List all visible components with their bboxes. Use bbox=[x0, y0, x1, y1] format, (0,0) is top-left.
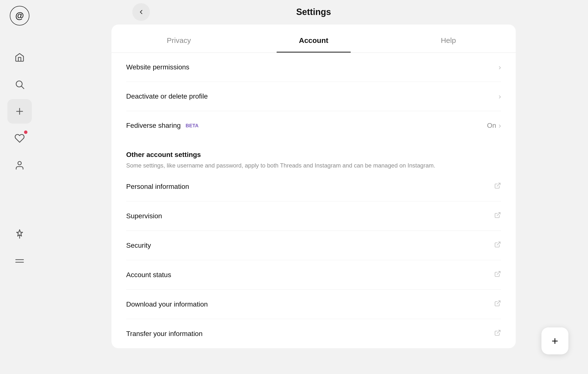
account-settings-list: Website permissions › Deactivate or dele… bbox=[111, 53, 516, 140]
settings-row-website-permissions[interactable]: Website permissions › bbox=[126, 53, 501, 82]
sidebar-item-pinned[interactable] bbox=[7, 222, 32, 246]
tab-account[interactable]: Account bbox=[246, 25, 381, 52]
svg-line-10 bbox=[497, 242, 500, 245]
tab-help[interactable]: Help bbox=[381, 25, 516, 52]
external-link-icon-supervision bbox=[494, 212, 501, 220]
settings-row-personal-info[interactable]: Personal information bbox=[126, 172, 501, 201]
search-icon bbox=[14, 79, 25, 90]
chevron-right-icon-3: › bbox=[499, 121, 501, 130]
home-icon bbox=[14, 52, 25, 63]
external-link-icon-security bbox=[494, 241, 501, 250]
app-logo[interactable]: @ bbox=[10, 6, 29, 26]
external-link-icon-download bbox=[494, 300, 501, 309]
website-permissions-label: Website permissions bbox=[126, 63, 189, 71]
sidebar-item-search[interactable] bbox=[7, 72, 32, 97]
other-account-section-header: Other account settings Some settings, li… bbox=[111, 140, 516, 172]
svg-line-9 bbox=[497, 213, 500, 216]
back-button[interactable] bbox=[132, 3, 150, 21]
sidebar-nav bbox=[0, 45, 39, 273]
settings-tabs: Privacy Account Help bbox=[111, 25, 516, 53]
other-account-list: Personal information Supervision bbox=[111, 172, 516, 348]
personal-info-label: Personal information bbox=[126, 183, 189, 191]
external-link-icon-personal bbox=[494, 182, 501, 191]
notification-dot bbox=[24, 130, 27, 134]
page-title: Settings bbox=[296, 7, 331, 17]
sidebar-item-menu[interactable] bbox=[7, 249, 32, 273]
settings-row-supervision[interactable]: Supervision bbox=[126, 201, 501, 231]
main-content: Settings Privacy Account Help Website pe… bbox=[39, 0, 588, 374]
svg-line-1 bbox=[22, 86, 24, 89]
supervision-label: Supervision bbox=[126, 212, 162, 220]
settings-row-account-status[interactable]: Account status bbox=[126, 260, 501, 290]
external-link-icon-account-status bbox=[494, 271, 501, 279]
settings-card: Privacy Account Help Website permissions… bbox=[111, 25, 516, 348]
settings-row-deactivate[interactable]: Deactivate or delete profile › bbox=[126, 82, 501, 111]
settings-row-security[interactable]: Security bbox=[126, 231, 501, 260]
transfer-info-label: Transfer your information bbox=[126, 330, 203, 338]
security-label: Security bbox=[126, 242, 151, 249]
svg-line-11 bbox=[497, 271, 500, 275]
sidebar-item-profile[interactable] bbox=[7, 153, 32, 178]
settings-row-fediverse[interactable]: Fediverse sharing BETA On › bbox=[126, 111, 501, 140]
tab-privacy[interactable]: Privacy bbox=[111, 25, 246, 52]
fediverse-label: Fediverse sharing bbox=[126, 122, 181, 129]
other-account-subtitle: Some settings, like username and passwor… bbox=[126, 161, 501, 170]
sidebar-item-home[interactable] bbox=[7, 45, 32, 70]
deactivate-label: Deactivate or delete profile bbox=[126, 92, 208, 100]
svg-line-13 bbox=[497, 330, 500, 334]
heart-icon bbox=[14, 133, 25, 143]
svg-point-4 bbox=[18, 161, 21, 165]
person-icon bbox=[14, 160, 25, 170]
beta-badge: BETA bbox=[186, 123, 199, 129]
sidebar-item-activity[interactable] bbox=[7, 126, 32, 151]
menu-icon bbox=[14, 256, 25, 266]
other-account-title: Other account settings bbox=[126, 151, 501, 159]
settings-row-download-info[interactable]: Download your information bbox=[126, 290, 501, 319]
sidebar: @ bbox=[0, 0, 39, 374]
svg-line-8 bbox=[497, 183, 500, 186]
sidebar-item-compose[interactable] bbox=[7, 99, 32, 124]
topbar: Settings bbox=[118, 7, 510, 17]
external-link-icon-transfer bbox=[494, 329, 501, 338]
account-status-label: Account status bbox=[126, 271, 171, 279]
back-arrow-icon bbox=[138, 9, 145, 15]
fab-button[interactable]: + bbox=[541, 327, 568, 354]
fediverse-value: On bbox=[487, 122, 496, 129]
chevron-right-icon: › bbox=[499, 63, 501, 71]
svg-line-12 bbox=[497, 301, 500, 304]
pin-icon bbox=[14, 229, 25, 239]
download-info-label: Download your information bbox=[126, 300, 208, 308]
plus-icon bbox=[14, 106, 25, 116]
settings-row-transfer-info[interactable]: Transfer your information bbox=[126, 319, 501, 348]
chevron-right-icon-2: › bbox=[499, 92, 501, 101]
